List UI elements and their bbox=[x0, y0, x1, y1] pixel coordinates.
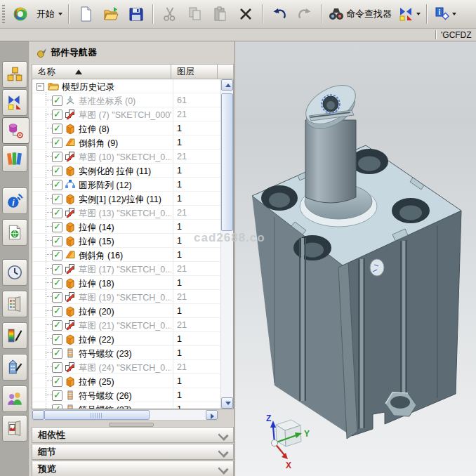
feature-label: 倒斜角 (16) bbox=[79, 250, 123, 262]
tree-row[interactable]: ✓拉伸 (18)1 bbox=[32, 276, 221, 290]
tree-row[interactable]: ✓草图 (7) "SKETCH_000"21 bbox=[32, 107, 221, 121]
horizontal-scrollbar[interactable] bbox=[32, 409, 218, 421]
scroll-up-button[interactable] bbox=[221, 79, 233, 91]
column-header-name[interactable]: 名称 bbox=[32, 64, 171, 79]
feature-checkbox[interactable]: ✓ bbox=[52, 180, 62, 190]
tree-row[interactable]: ✓拉伸 (25)1 bbox=[32, 374, 221, 388]
feature-checkbox[interactable]: ✓ bbox=[52, 124, 62, 134]
color-tools-icon bbox=[6, 327, 23, 344]
feature-checkbox[interactable]: ✓ bbox=[52, 222, 62, 232]
vertical-scroll-thumb[interactable] bbox=[221, 93, 233, 231]
feature-checkbox[interactable]: ✓ bbox=[52, 376, 62, 387]
info-button[interactable]: i bbox=[431, 3, 458, 25]
extrude-icon bbox=[65, 376, 76, 387]
graphics-viewport[interactable]: Z Y X bbox=[234, 41, 476, 476]
panel-header-dependencies[interactable]: 相依性 bbox=[32, 427, 234, 443]
feature-checkbox[interactable]: ✓ bbox=[52, 348, 62, 359]
window-layout-button[interactable] bbox=[395, 3, 423, 25]
web-browser-icon bbox=[6, 224, 23, 241]
scroll-left-button[interactable] bbox=[32, 410, 44, 420]
sidebar-item-palettes[interactable] bbox=[2, 291, 27, 317]
copy-button[interactable] bbox=[183, 3, 208, 25]
vertical-scrollbar[interactable] bbox=[220, 79, 233, 409]
tree-row[interactable]: ✓实例化的 拉伸 (11)1 bbox=[32, 164, 221, 178]
tree-row[interactable]: ✓圆形阵列 (12)1 bbox=[32, 178, 221, 192]
tree-row[interactable]: ✓拉伸 (22)1 bbox=[32, 332, 221, 346]
tree-row[interactable]: ✓拉伸 (14)1 bbox=[32, 220, 221, 234]
sidebar-item-history[interactable] bbox=[2, 259, 27, 286]
command-finder-button[interactable]: 命令查找器 bbox=[326, 3, 395, 25]
tree-row[interactable]: ✓实例[1] (12)/拉伸 (11)1 bbox=[32, 192, 221, 206]
horizontal-scroll-thumb[interactable] bbox=[44, 410, 150, 420]
start-menu-button[interactable]: 开始 bbox=[33, 3, 65, 25]
tree-root-row[interactable]: 模型历史记录 bbox=[32, 79, 221, 93]
column-header-layer[interactable]: 图层 bbox=[171, 64, 218, 79]
main-area: i 部件导航器 名称 图层 模型历 bbox=[0, 41, 476, 476]
tree-row[interactable]: ✓草图 (17) "SKETCH_0...21 bbox=[32, 262, 221, 276]
feature-checkbox[interactable]: ✓ bbox=[52, 362, 62, 373]
feature-checkbox[interactable]: ✓ bbox=[52, 110, 62, 120]
tree-row[interactable]: ✓草图 (13) "SKETCH_0...21 bbox=[32, 206, 221, 220]
sidebar-item-roles[interactable] bbox=[2, 385, 27, 412]
tree-row[interactable]: ✓基准坐标系 (0)61 bbox=[32, 93, 221, 107]
feature-checkbox[interactable]: ✓ bbox=[52, 306, 62, 317]
feature-checkbox[interactable]: ✓ bbox=[52, 138, 62, 148]
feature-checkbox[interactable]: ✓ bbox=[52, 194, 62, 204]
delete-button[interactable] bbox=[233, 3, 258, 25]
redo-button[interactable] bbox=[292, 3, 317, 25]
sidebar-item-constraint-navigator[interactable] bbox=[2, 89, 27, 116]
feature-checkbox[interactable]: ✓ bbox=[52, 166, 62, 176]
tree-row[interactable]: ✓符号螺纹 (27)1 bbox=[32, 402, 221, 409]
tree-row[interactable]: ✓草图 (19) "SKETCH_0...21 bbox=[32, 290, 221, 304]
tree-row[interactable]: ✓拉伸 (20)1 bbox=[32, 304, 221, 318]
tree-row[interactable]: ✓倒斜角 (16)1 bbox=[32, 248, 221, 262]
panel-header-preview[interactable]: 预览 bbox=[32, 461, 234, 476]
feature-checkbox[interactable]: ✓ bbox=[52, 264, 62, 275]
paste-button[interactable] bbox=[208, 3, 233, 25]
feature-checkbox[interactable]: ✓ bbox=[52, 292, 62, 303]
scroll-right-button[interactable] bbox=[206, 410, 218, 420]
feature-label: 拉伸 (14) bbox=[79, 222, 114, 234]
tree-row[interactable]: ✓草图 (24) "SKETCH_0...21 bbox=[32, 360, 221, 374]
feature-checkbox[interactable]: ✓ bbox=[52, 208, 62, 218]
panel-header-details[interactable]: 细节 bbox=[32, 444, 234, 460]
sidebar-item-web-browser[interactable] bbox=[2, 219, 27, 246]
tree-row[interactable]: ✓拉伸 (8)1 bbox=[32, 121, 221, 135]
open-file-button[interactable] bbox=[98, 3, 124, 25]
sidebar-item-scene-gallery[interactable] bbox=[2, 415, 27, 442]
panel-splitter[interactable] bbox=[32, 422, 234, 427]
tree-row[interactable]: ✓拉伸 (15)1 bbox=[32, 234, 221, 248]
save-button[interactable] bbox=[124, 3, 149, 25]
feature-checkbox[interactable]: ✓ bbox=[52, 95, 62, 106]
cut-button[interactable] bbox=[157, 3, 183, 25]
scroll-down-button[interactable] bbox=[221, 397, 233, 409]
new-file-button[interactable] bbox=[73, 3, 98, 25]
sidebar-item-reuse-library[interactable] bbox=[2, 145, 27, 172]
sidebar-item-part-navigator[interactable] bbox=[2, 117, 29, 144]
sidebar-item-color-tools[interactable] bbox=[2, 322, 27, 349]
chevron-down-icon bbox=[218, 463, 228, 474]
collapse-icon[interactable] bbox=[37, 83, 44, 91]
feature-label: 草图 (7) "SKETCH_000" bbox=[79, 110, 171, 121]
tree-row[interactable]: ✓符号螺纹 (23)1 bbox=[32, 346, 221, 360]
feature-checkbox[interactable]: ✓ bbox=[52, 152, 62, 162]
sidebar-item-visual-effects[interactable] bbox=[2, 354, 27, 381]
tree-row[interactable]: ✓草图 (10) "SKETCH_0...21 bbox=[32, 150, 221, 164]
tree-row[interactable]: ✓草图 (21) "SKETCH_0...21 bbox=[32, 318, 221, 332]
feature-layer: 1 bbox=[177, 166, 182, 176]
feature-checkbox[interactable]: ✓ bbox=[52, 404, 62, 409]
feature-checkbox[interactable]: ✓ bbox=[52, 250, 62, 260]
undo-button[interactable] bbox=[267, 3, 292, 25]
feature-checkbox[interactable]: ✓ bbox=[52, 390, 62, 401]
folder-icon bbox=[48, 81, 59, 92]
toolbar-drag-handle[interactable] bbox=[2, 5, 5, 23]
feature-checkbox[interactable]: ✓ bbox=[52, 320, 62, 331]
sidebar-item-assembly-navigator[interactable] bbox=[2, 61, 27, 88]
feature-checkbox[interactable]: ✓ bbox=[52, 278, 62, 289]
sketch-icon bbox=[65, 319, 76, 331]
sidebar-item-hd3d-tools[interactable]: i bbox=[2, 187, 27, 214]
feature-checkbox[interactable]: ✓ bbox=[52, 334, 62, 345]
feature-checkbox[interactable]: ✓ bbox=[52, 236, 62, 246]
tree-row[interactable]: ✓符号螺纹 (26)1 bbox=[32, 388, 221, 402]
tree-row[interactable]: ✓倒斜角 (9)1 bbox=[32, 135, 221, 150]
